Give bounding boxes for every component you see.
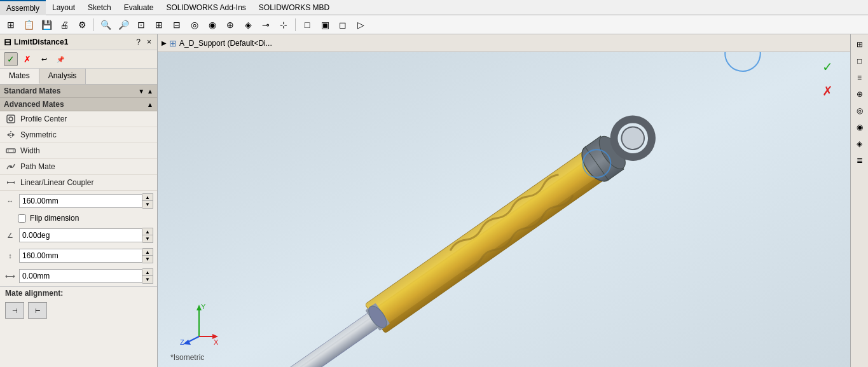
adv-section-icons: ▲ xyxy=(147,101,153,108)
viewport[interactable]: ▶ ⊞ A_D_Support (Default<Di... xyxy=(158,34,850,367)
feature-tree-bar: ▶ ⊞ A_D_Support (Default<Di... xyxy=(158,34,850,52)
rt-btn-color[interactable]: ◉ xyxy=(852,120,867,135)
mate-item-symmetric[interactable]: Symmetric xyxy=(0,127,157,143)
menu-tab-layout[interactable]: Layout xyxy=(46,0,81,15)
menu-tab-sketch[interactable]: Sketch xyxy=(81,0,118,15)
viewport-cancel-btn[interactable]: ✗ xyxy=(817,81,837,101)
svg-marker-4 xyxy=(12,133,15,137)
svg-text:X: X xyxy=(214,338,219,346)
tab-mates[interactable]: Mates xyxy=(0,69,39,84)
mate-item-ll-coupler[interactable]: Linear/Linear Coupler xyxy=(0,175,157,191)
pm-undo-btn[interactable]: ↩ xyxy=(37,52,51,66)
toolbar-view6[interactable]: ⊕ xyxy=(222,17,238,33)
flip-dimension-checkbox[interactable] xyxy=(18,214,26,223)
toolbar-options[interactable]: ⚙ xyxy=(74,17,90,33)
mate-item-path-mate[interactable]: Path Mate xyxy=(0,159,157,175)
distance3-up[interactable]: ▲ xyxy=(142,269,153,276)
standard-mates-expand[interactable]: ▲ xyxy=(147,88,153,95)
rt-btn-display-manager[interactable]: ◈ xyxy=(852,136,867,151)
toolbar-view4[interactable]: ◎ xyxy=(186,17,203,33)
toolbar-new[interactable]: ⊞ xyxy=(3,17,19,33)
distance2-input[interactable] xyxy=(19,249,142,263)
toolbar-view9[interactable]: ⊹ xyxy=(275,17,292,33)
toolbar-window[interactable]: □ xyxy=(299,17,315,33)
menu-tab-swmbd[interactable]: SOLIDWORKS MBD xyxy=(252,0,336,15)
angle-spinners: ▲ ▼ xyxy=(142,228,153,243)
standard-mates-section[interactable]: Standard Mates ▼ ▲ xyxy=(0,85,157,98)
flip-dimension-label: Flip dimension xyxy=(30,214,79,223)
mate-item-width[interactable]: Width xyxy=(0,143,157,159)
symmetric-label: Symmetric xyxy=(20,130,57,139)
toolbar-fullscreen[interactable]: ▣ xyxy=(317,17,333,33)
advanced-mates-collapse[interactable]: ▲ xyxy=(147,101,153,108)
toolbar-view2[interactable]: ⊞ xyxy=(151,17,167,33)
toolbar-view8[interactable]: ⊸ xyxy=(258,17,274,33)
pm-icons: ? × xyxy=(134,37,153,47)
distance1-down[interactable]: ▼ xyxy=(142,201,153,208)
sep2 xyxy=(295,18,296,31)
distance3-input[interactable] xyxy=(19,269,142,283)
viewport-ok-btn[interactable]: ✓ xyxy=(817,57,837,77)
toolbar-view3[interactable]: ⊟ xyxy=(169,17,185,33)
input-group-distance2: ↕ ▲ ▼ xyxy=(0,246,157,266)
input-group-distance1: ↔ ▲ ▼ xyxy=(0,191,157,211)
distance1-wrapper: ▲ ▼ xyxy=(19,193,153,209)
svg-point-1 xyxy=(9,117,13,121)
rt-btn-appearance[interactable]: ◎ xyxy=(852,103,867,118)
path-mate-label: Path Mate xyxy=(20,162,55,171)
distance3-icon: ⟷ xyxy=(4,272,17,280)
ft-assembly-icon: ⊞ xyxy=(169,38,177,48)
toolbar-view7[interactable]: ◈ xyxy=(240,17,256,33)
advanced-mates-section[interactable]: Advanced Mates ▲ xyxy=(0,98,157,111)
toolbar-search[interactable]: 🔍 xyxy=(97,17,114,33)
input-group-angle: ∠ ▲ ▼ xyxy=(0,225,157,246)
pm-help-btn[interactable]: ? xyxy=(134,37,142,47)
distance2-up[interactable]: ▲ xyxy=(142,249,153,256)
pm-title-text: LimitDistance1 xyxy=(14,38,68,46)
rt-btn-window[interactable]: □ xyxy=(852,53,867,69)
rt-btn-tree[interactable]: ≡ xyxy=(852,70,867,85)
toolbar-view5[interactable]: ◉ xyxy=(204,17,221,33)
menu-tab-assembly[interactable]: Assembly xyxy=(0,0,46,15)
angle-icon: ∠ xyxy=(4,232,17,240)
ft-arrow[interactable]: ▶ xyxy=(162,39,167,46)
toolbar-save[interactable]: 💾 xyxy=(38,17,55,33)
standard-mates-collapse[interactable]: ▼ xyxy=(138,88,144,95)
isometric-label: *Isometric xyxy=(170,353,204,362)
alignment-btn-2[interactable]: ⊢ xyxy=(28,302,47,319)
rt-btn-properties[interactable]: ⊕ xyxy=(852,87,867,102)
alignment-btn-1[interactable]: ⊣ xyxy=(5,302,24,319)
toolbar-view1[interactable]: ⊡ xyxy=(133,17,149,33)
rt-btn-view-selector[interactable]: ⊞ xyxy=(852,37,867,52)
pm-close-btn[interactable]: × xyxy=(145,37,153,47)
angle-input[interactable] xyxy=(19,228,142,242)
toolbar-more[interactable]: ▷ xyxy=(352,17,369,33)
rt-btn-display-pane[interactable]: ≣ xyxy=(852,153,867,168)
toolbar-display[interactable]: ◻ xyxy=(334,17,351,33)
sep1 xyxy=(93,18,94,31)
tabs-row: Mates Analysis xyxy=(0,69,157,85)
distance3-wrapper: ▲ ▼ xyxy=(19,268,153,284)
symmetric-icon xyxy=(5,129,17,141)
toolbar-search2[interactable]: 🔎 xyxy=(115,17,132,33)
distance2-down[interactable]: ▼ xyxy=(142,256,153,263)
angle-up[interactable]: ▲ xyxy=(142,228,153,235)
menu-tab-swaddins[interactable]: SOLIDWORKS Add-Ins xyxy=(160,0,252,15)
ll-coupler-label: Linear/Linear Coupler xyxy=(20,178,93,187)
distance1-input[interactable] xyxy=(19,194,142,208)
mate-item-profile-center[interactable]: Profile Center xyxy=(0,111,157,127)
distance1-up[interactable]: ▲ xyxy=(142,194,153,201)
pm-cancel-btn[interactable]: ✗ xyxy=(20,52,34,66)
toolbar-open[interactable]: 📋 xyxy=(20,17,37,33)
pm-pushpin-btn[interactable]: 📌 xyxy=(53,52,67,66)
tab-analysis[interactable]: Analysis xyxy=(39,69,86,84)
pm-ok-btn[interactable]: ✓ xyxy=(4,52,18,66)
distance3-down[interactable]: ▼ xyxy=(142,276,153,283)
distance3-spinners: ▲ ▼ xyxy=(142,268,153,284)
svg-marker-10 xyxy=(7,181,9,184)
svg-rect-0 xyxy=(7,115,15,123)
menu-tab-evaluate[interactable]: Evaluate xyxy=(118,0,160,15)
angle-down[interactable]: ▼ xyxy=(142,235,153,242)
svg-marker-3 xyxy=(7,133,10,137)
toolbar-print[interactable]: 🖨 xyxy=(56,17,72,33)
